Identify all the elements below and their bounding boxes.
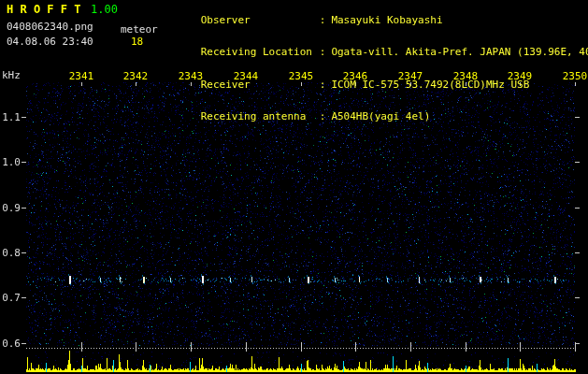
time-tick-label: 2341 bbox=[69, 70, 94, 82]
info-label: Receiving antenna bbox=[201, 111, 320, 122]
info-row-antenna: Receiving antenna:A504HB(yagi 4el) bbox=[164, 101, 588, 134]
hrofft-screenshot: H R O F F T 1.00 0408062340.png meteor 0… bbox=[0, 0, 588, 374]
freq-axis-unit: kHz bbox=[2, 69, 21, 81]
station-name: meteor bbox=[121, 23, 158, 36]
time-tick-label: 2342 bbox=[123, 70, 149, 82]
meteor-count: 18 bbox=[131, 36, 143, 48]
info-label: Receiving Location bbox=[201, 47, 320, 58]
info-colon: : bbox=[320, 47, 326, 58]
info-row-observer: Observer:Masayuki Kobayashi bbox=[164, 4, 588, 36]
info-row-location: Receiving Location:Ogata-vill. Akita-Pre… bbox=[164, 36, 588, 69]
time-tick-label: 2346 bbox=[343, 70, 368, 82]
info-colon: : bbox=[320, 79, 326, 91]
time-tick-label: 2349 bbox=[508, 70, 533, 82]
info-colon: : bbox=[320, 111, 326, 122]
time-tick-label: 2345 bbox=[289, 70, 314, 82]
info-value: Ogata-vill. Akita-Pref. JAPAN (139.96E, … bbox=[331, 46, 588, 58]
freq-tick-label: 0.8 bbox=[1, 247, 21, 259]
time-tick-label: 2343 bbox=[179, 70, 204, 82]
freq-tick-label: 1.0 bbox=[1, 156, 21, 168]
app-version: 1.00 bbox=[91, 3, 118, 16]
time-tick-label: 2344 bbox=[234, 70, 259, 82]
time-tick-label: 2350 bbox=[563, 70, 588, 82]
output-filename: 0408062340.png bbox=[7, 21, 93, 33]
info-value: A504HB(yagi 4el) bbox=[331, 110, 430, 122]
time-tick-label: 2347 bbox=[398, 70, 423, 82]
freq-tick-label: 1.1 bbox=[1, 111, 21, 123]
freq-tick-label: 0.7 bbox=[1, 292, 21, 304]
info-colon: : bbox=[320, 15, 326, 26]
time-tick-label: 2348 bbox=[453, 70, 479, 82]
freq-tick-label: 0.6 bbox=[1, 338, 21, 350]
app-title: H R O F F T bbox=[7, 3, 80, 16]
info-value: Masayuki Kobayashi bbox=[331, 14, 442, 26]
info-label: Observer bbox=[201, 15, 320, 26]
observation-datetime: 04.08.06 23:40 bbox=[7, 36, 93, 48]
station-info-block: Observer:Masayuki Kobayashi Receiving Lo… bbox=[164, 4, 588, 133]
freq-tick-label: 0.9 bbox=[1, 202, 21, 214]
